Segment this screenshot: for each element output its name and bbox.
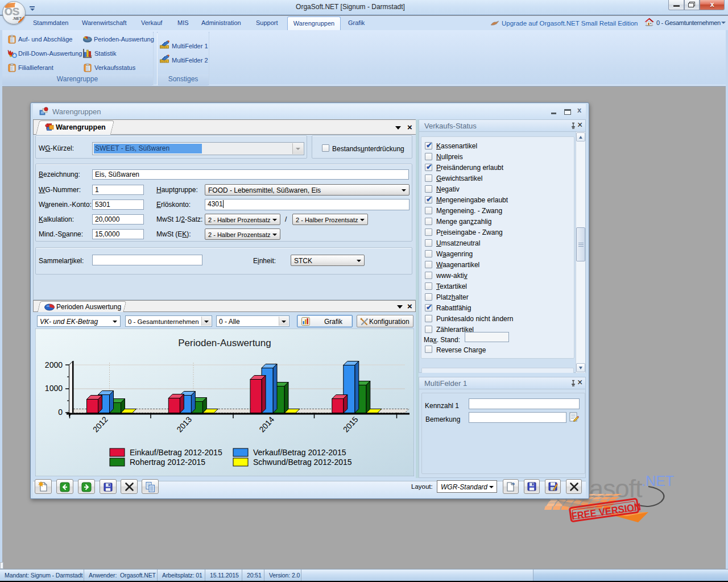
- svg-text:Einkauf/Betrag 2012-2015: Einkauf/Betrag 2012-2015: [130, 448, 222, 457]
- svg-text:1000: 1000: [45, 384, 63, 393]
- svg-text:Rohertrag 2012-2015: Rohertrag 2012-2015: [130, 458, 205, 467]
- svg-text:Verkauf/Betrag 2012-2015: Verkauf/Betrag 2012-2015: [253, 448, 346, 457]
- svg-text:Perioden-Auswertung: Perioden-Auswertung: [178, 338, 271, 348]
- svg-text:2000: 2000: [45, 360, 63, 369]
- svg-text:Schwund/Betrag 2012-2015: Schwund/Betrag 2012-2015: [253, 458, 352, 467]
- svg-text:0: 0: [58, 408, 63, 417]
